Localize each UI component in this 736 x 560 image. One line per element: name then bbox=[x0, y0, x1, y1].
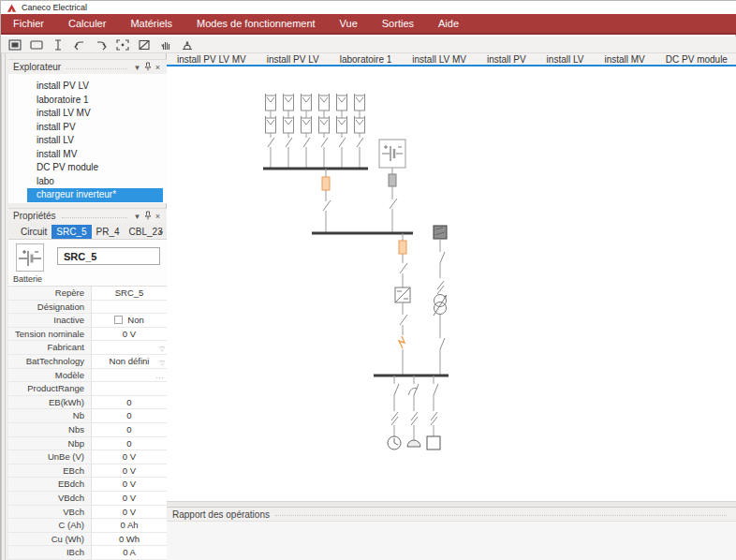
circuit-tab-circuit[interactable]: Circuit bbox=[16, 225, 52, 239]
zoom-fit-icon[interactable] bbox=[114, 37, 131, 52]
doc-tab-install-pv[interactable]: install PV bbox=[477, 53, 537, 65]
menu-item-mat-riels[interactable]: Matériels bbox=[118, 13, 184, 34]
pin-icon[interactable] bbox=[142, 62, 153, 73]
pv-array-group[interactable] bbox=[266, 94, 365, 169]
explorer-item-chargeur-inverteur[interactable]: chargeur inverteur* bbox=[27, 188, 163, 202]
pv-string-2[interactable] bbox=[284, 94, 294, 169]
property-row-productrange: ProductRange bbox=[8, 382, 167, 396]
explorer-item-install-lv-mv[interactable]: install LV MV bbox=[27, 107, 167, 121]
property-value-field[interactable]: 0 bbox=[92, 423, 167, 436]
menu-item-calculer[interactable]: Calculer bbox=[56, 13, 118, 34]
component-type-label: Batterie bbox=[13, 274, 42, 284]
doc-tab-install-lv-mv[interactable]: install LV MV bbox=[402, 53, 477, 65]
header-leader bbox=[66, 68, 127, 69]
battery-source-symbol[interactable] bbox=[379, 140, 405, 232]
property-label: Cu (Wh) bbox=[8, 533, 92, 546]
property-label: Tension nominale bbox=[8, 328, 92, 341]
pv-string-1[interactable] bbox=[266, 94, 276, 169]
circuit-tab-bar: CircuitSRC_5PR_4CBL_23T_3▾ bbox=[8, 223, 167, 240]
fuse-orange bbox=[322, 177, 330, 190]
menu-item-fichier[interactable]: Fichier bbox=[1, 13, 56, 34]
chevron-down-icon[interactable]: ▾ bbox=[132, 63, 142, 72]
explorer-item-install-mv[interactable]: install MV bbox=[27, 148, 167, 162]
circuit-tab-src-5[interactable]: SRC_5 bbox=[52, 225, 91, 239]
conductor-marks bbox=[437, 281, 444, 294]
property-value-field[interactable]: 0 V bbox=[92, 492, 167, 505]
pv-string-4[interactable] bbox=[319, 94, 330, 169]
inverter-symbol bbox=[395, 287, 410, 302]
property-row-nbp: Nbp0 bbox=[8, 437, 167, 451]
regulating-transformer-symbol bbox=[434, 295, 447, 317]
property-value-field[interactable] bbox=[92, 382, 167, 395]
property-value-field[interactable] bbox=[92, 301, 167, 314]
inverter-circuit[interactable] bbox=[395, 233, 410, 376]
header-leader bbox=[62, 217, 127, 218]
undo-icon[interactable] bbox=[71, 37, 88, 52]
explorer-item-install-pv-lv[interactable]: install PV LV bbox=[27, 80, 167, 94]
menu-item-sorties[interactable]: Sorties bbox=[370, 13, 426, 34]
menu-item-vue[interactable]: Vue bbox=[328, 13, 370, 34]
explorer-item-laboratoire-1[interactable]: laboratoire 1 bbox=[27, 94, 167, 108]
doc-tab-install-pv-lv[interactable]: install PV LV bbox=[257, 53, 330, 65]
dc-feeder-circuit[interactable] bbox=[322, 169, 331, 232]
no-redraw-icon[interactable] bbox=[136, 37, 153, 52]
stamp-icon[interactable] bbox=[179, 37, 196, 52]
doc-tab-laboratoire-1[interactable]: laboratoire 1 bbox=[330, 53, 403, 65]
dock-gripper[interactable] bbox=[1, 53, 8, 560]
load-branch-generic[interactable] bbox=[427, 376, 440, 449]
property-value-field[interactable]: 0 V bbox=[92, 450, 167, 464]
property-value-field[interactable]: 0 V bbox=[92, 328, 167, 341]
property-value-field[interactable]: 0 V bbox=[92, 478, 167, 491]
property-value-field[interactable]: 0 A bbox=[92, 546, 167, 559]
property-value-field[interactable]: ▽ bbox=[92, 341, 167, 354]
close-icon[interactable]: × bbox=[153, 212, 163, 221]
explorer-title: Explorateur bbox=[13, 62, 61, 72]
doc-tab-install-mv[interactable]: install MV bbox=[594, 53, 655, 65]
switch-blade bbox=[434, 384, 438, 395]
pan-hand-icon[interactable] bbox=[157, 37, 174, 52]
explorer-item-install-pv[interactable]: install PV bbox=[27, 121, 167, 135]
menu-item-modes-de-fonctionnement[interactable]: Modes de fonctionnement bbox=[184, 13, 328, 34]
property-value-field[interactable]: 0 Wh bbox=[92, 533, 167, 546]
explorer-item-install-lv[interactable]: install LV bbox=[27, 134, 167, 148]
property-value-field[interactable]: Non défini▽ bbox=[92, 355, 167, 368]
explorer-item-labo[interactable]: labo bbox=[27, 175, 167, 189]
component-name-field[interactable] bbox=[57, 247, 160, 265]
pv-string-5[interactable] bbox=[337, 94, 347, 169]
property-value-field[interactable]: 0 bbox=[92, 409, 167, 422]
property-value-field[interactable]: SRC_5 bbox=[92, 287, 167, 300]
load-branch-lamp[interactable] bbox=[407, 376, 420, 447]
tab-overflow-icon[interactable]: ▾ bbox=[159, 228, 163, 237]
open-folder-icon[interactable] bbox=[28, 37, 45, 52]
circuit-tab-pr-4[interactable]: PR_4 bbox=[92, 225, 125, 239]
property-label: EB(kWh) bbox=[8, 396, 92, 409]
property-value-field[interactable]: 0 bbox=[92, 396, 167, 409]
pin-icon[interactable] bbox=[142, 211, 153, 222]
pv-string-3[interactable] bbox=[302, 94, 312, 169]
property-value-field[interactable]: … bbox=[92, 369, 167, 382]
property-value-field[interactable]: Non bbox=[92, 314, 167, 327]
property-value-field[interactable]: 0 V bbox=[92, 464, 167, 478]
close-icon[interactable]: × bbox=[153, 63, 163, 72]
property-row-fabricant: Fabricant▽ bbox=[8, 341, 167, 355]
checkbox-unchecked-icon[interactable] bbox=[114, 316, 123, 324]
property-value-field[interactable]: 0 V bbox=[92, 506, 167, 519]
doc-tab-install-lv[interactable]: install LV bbox=[537, 53, 595, 65]
doc-tab-dc-pv-module[interactable]: DC PV module bbox=[655, 53, 736, 65]
chevron-down-icon[interactable]: ▾ bbox=[132, 212, 142, 221]
doc-tab-install-pv-lv-mv[interactable]: install PV LV MV bbox=[167, 53, 257, 65]
redo-icon[interactable] bbox=[93, 37, 110, 52]
calculate-icon[interactable] bbox=[50, 37, 66, 52]
property-value-field[interactable]: 0 bbox=[92, 437, 167, 450]
explorer-item-dc-pv-module[interactable]: DC PV module bbox=[27, 161, 167, 175]
pv-string-6[interactable] bbox=[355, 94, 365, 169]
property-row-nbs: Nbs0 bbox=[8, 423, 167, 437]
battery-icon bbox=[17, 244, 43, 271]
property-value-field[interactable]: 0 Ah bbox=[92, 519, 167, 532]
schematic-canvas[interactable] bbox=[167, 68, 736, 501]
grid-source-circuit[interactable] bbox=[434, 226, 447, 376]
new-drawing-icon[interactable] bbox=[7, 37, 23, 52]
menu-item-aide[interactable]: Aide bbox=[426, 13, 471, 34]
ellipsis-button[interactable]: … bbox=[155, 369, 164, 382]
load-branch-motor[interactable] bbox=[388, 376, 401, 449]
